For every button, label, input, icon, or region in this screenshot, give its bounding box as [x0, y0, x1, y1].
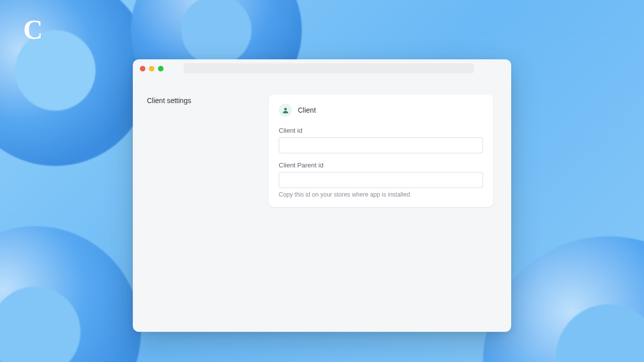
client-id-field: Client id: [279, 127, 483, 153]
client-parent-id-help: Copy this id on your stores where app is…: [279, 191, 483, 198]
client-parent-id-label: Client Parent id: [279, 161, 483, 169]
brand-logo: C: [23, 14, 43, 45]
sidebar: Client settings: [147, 95, 257, 207]
person-icon: [279, 104, 292, 117]
window-body: Client settings Client Client id Client …: [133, 77, 511, 217]
client-card: Client Client id Client Parent id Copy t…: [269, 95, 493, 207]
browser-window: Client settings Client Client id Client …: [133, 59, 511, 332]
window-controls: [140, 66, 164, 71]
sidebar-title: Client settings: [147, 97, 257, 105]
bg-shape: [0, 226, 141, 362]
card-header: Client: [279, 104, 483, 117]
main-content: Client Client id Client Parent id Copy t…: [269, 95, 493, 207]
card-title: Client: [298, 106, 316, 114]
client-id-label: Client id: [279, 127, 483, 134]
address-bar[interactable]: [184, 63, 474, 73]
client-parent-id-field: Client Parent id Copy this id on your st…: [279, 161, 483, 198]
maximize-icon[interactable]: [158, 66, 164, 71]
client-id-input[interactable]: [279, 137, 483, 153]
minimize-icon[interactable]: [149, 66, 154, 71]
svg-point-0: [284, 108, 287, 110]
client-parent-id-input[interactable]: [279, 172, 483, 188]
window-titlebar: [133, 59, 511, 77]
close-icon[interactable]: [140, 66, 145, 71]
